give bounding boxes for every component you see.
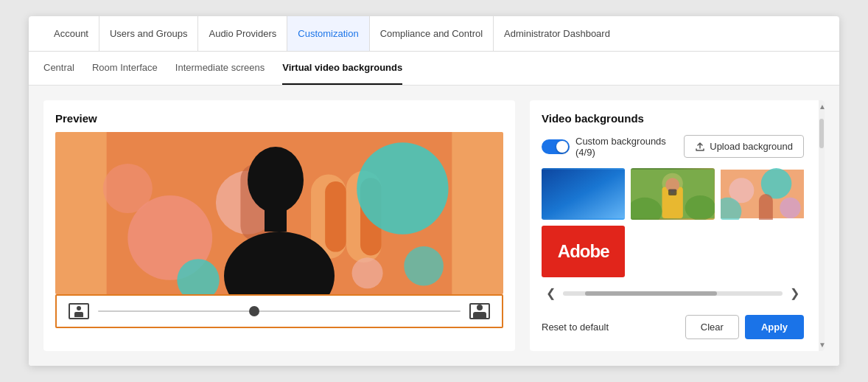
right-panel-scrollbar: ▲ ▼	[819, 100, 825, 351]
scrollbar-down-arrow[interactable]: ▼	[819, 338, 825, 351]
main-window: Account Users and Groups Audio Providers…	[29, 16, 839, 366]
action-buttons: Clear Apply	[685, 315, 804, 339]
tab-room-interface[interactable]: Room Interface	[92, 52, 158, 85]
toggle-label: Custom backgrounds (4/9)	[542, 136, 684, 158]
svg-point-17	[77, 306, 81, 310]
nav-compliance[interactable]: Compliance and Control	[370, 16, 494, 51]
apply-button[interactable]: Apply	[745, 315, 804, 339]
svg-point-9	[404, 246, 444, 286]
scrollbar-thumb[interactable]	[819, 119, 824, 148]
tab-central[interactable]: Central	[43, 52, 74, 85]
svg-rect-16	[265, 202, 287, 232]
scroll-left-arrow[interactable]: ❮	[542, 285, 560, 302]
top-navigation: Account Users and Groups Audio Providers…	[29, 16, 839, 52]
large-person-icon	[469, 303, 490, 319]
person-silhouette	[220, 147, 338, 294]
horizontal-scrollbar-track[interactable]	[563, 291, 783, 296]
thumbnail-blue[interactable]	[542, 168, 625, 220]
svg-rect-18	[74, 312, 83, 317]
svg-point-12	[103, 164, 153, 213]
tab-intermediate-screens[interactable]: Intermediate screens	[175, 52, 265, 85]
tab-virtual-video-backgrounds[interactable]: Virtual video backgrounds	[282, 52, 402, 85]
horizontal-scrollbar-thumb[interactable]	[585, 291, 717, 296]
upload-background-button[interactable]: Upload background	[684, 135, 804, 158]
main-content: Preview	[29, 86, 839, 366]
svg-point-33	[780, 198, 800, 218]
thumbnail-grid: Adobe	[542, 168, 804, 277]
thumbnail-photo[interactable]	[631, 168, 714, 220]
slider-track[interactable]	[98, 310, 461, 312]
clear-button[interactable]: Clear	[685, 315, 739, 339]
nav-customization[interactable]: Customization	[287, 16, 369, 51]
custom-backgrounds-toggle[interactable]	[542, 139, 570, 154]
svg-point-19	[477, 305, 483, 310]
nav-audio-providers[interactable]: Audio Providers	[198, 16, 287, 51]
custom-backgrounds-label: Custom backgrounds (4/9)	[575, 136, 684, 158]
svg-rect-20	[473, 312, 486, 319]
preview-image	[55, 132, 503, 294]
preview-panel: Preview	[43, 100, 515, 351]
toggle-row: Custom backgrounds (4/9) Upload backgrou…	[542, 135, 804, 158]
svg-rect-34	[759, 194, 773, 220]
preview-title: Preview	[55, 112, 97, 125]
preview-image-wrap	[55, 132, 503, 328]
svg-point-7	[357, 142, 448, 234]
svg-rect-21	[542, 170, 625, 218]
svg-point-15	[224, 232, 335, 294]
slider-thumb[interactable]	[249, 306, 259, 316]
nav-account[interactable]: Account	[43, 16, 99, 51]
horizontal-scroll: ❮ ❯	[542, 285, 804, 302]
upload-icon	[695, 142, 705, 152]
video-backgrounds-title: Video backgrounds	[542, 112, 804, 125]
right-panel: ▲ ▼ Video backgrounds Custom backgrounds…	[530, 100, 825, 351]
slider-bar	[55, 294, 503, 328]
thumbnail-adobe[interactable]: Adobe	[542, 226, 625, 277]
small-person-icon	[69, 303, 89, 319]
scroll-right-arrow[interactable]: ❯	[785, 285, 804, 302]
nav-users-groups[interactable]: Users and Groups	[99, 16, 199, 51]
bottom-action-row: Reset to default Clear Apply	[542, 309, 804, 339]
svg-point-11	[352, 257, 383, 288]
sub-navigation: Central Room Interface Intermediate scre…	[29, 52, 839, 86]
reset-to-default-link[interactable]: Reset to default	[542, 322, 609, 333]
nav-admin-dashboard[interactable]: Administrator Dashboard	[494, 16, 620, 51]
scrollbar-up-arrow[interactable]: ▲	[819, 100, 825, 113]
svg-point-27	[671, 190, 675, 194]
thumbnail-colorful[interactable]	[721, 168, 804, 220]
